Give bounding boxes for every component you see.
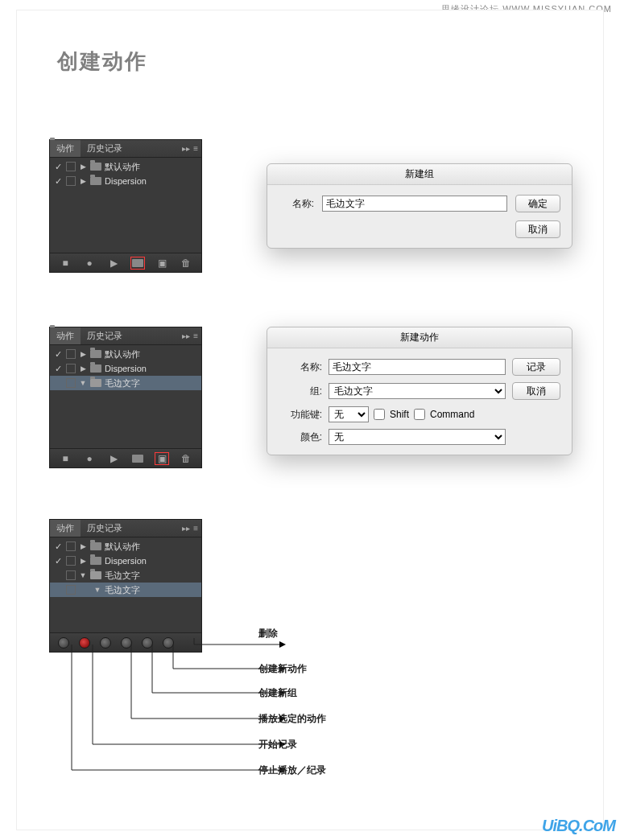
new-action-dialog: 新建动作 名称: 记录 组: 毛边文字 取消 功能键: 无 Shift Comm… <box>267 327 572 455</box>
dialog-title: 新建动作 <box>267 327 572 348</box>
command-label: Command <box>430 409 474 420</box>
stop-icon[interactable]: ■ <box>58 257 72 270</box>
action-row[interactable]: ✓▶Dispersion <box>50 361 201 376</box>
menu-icon[interactable]: ≡ <box>193 524 198 533</box>
action-row-selected[interactable]: ▼毛边文字 <box>50 583 201 597</box>
new-group-dialog: 新建组 名称: 确定 取消 <box>267 163 572 249</box>
callout-delete: 删除 <box>258 627 278 640</box>
new-group-icon[interactable] <box>130 452 145 465</box>
group-label: 组: <box>279 385 322 398</box>
fn-select[interactable]: 无 <box>329 406 369 422</box>
callout-stop: 停止播放／纪录 <box>258 764 326 777</box>
check-icon: ✓ <box>53 162 63 171</box>
dialog-toggle[interactable] <box>66 176 76 186</box>
action-row[interactable]: ✓▶Dispersion <box>50 174 201 188</box>
record-button[interactable]: 记录 <box>512 358 560 376</box>
action-row[interactable]: ✓▶Dispersion <box>50 554 201 568</box>
dialog-title: 新建组 <box>267 164 572 185</box>
name-label: 名称: <box>279 360 322 374</box>
tab-history[interactable]: 历史记录 <box>81 520 129 537</box>
panel-body: ✓▶默认动作 ✓▶Dispersion <box>50 158 201 253</box>
fn-row: 无 Shift Command <box>329 406 506 422</box>
expand-icon[interactable]: ▶ <box>79 163 87 171</box>
trash-icon[interactable]: 🗑 <box>179 257 193 270</box>
callout-new-action: 创建新动作 <box>258 662 307 676</box>
play-icon[interactable]: ▶ <box>106 257 121 270</box>
panel-tabs: 动作 历史记录 ▸▸≡ <box>50 140 201 158</box>
action-label: 默认动作 <box>105 541 140 553</box>
ok-button[interactable]: 确定 <box>515 195 560 212</box>
action-label: Dispersion <box>105 176 147 186</box>
callout-lines <box>49 638 613 831</box>
collapse-icon[interactable]: ▸▸ <box>182 524 190 533</box>
page-title: 创建动作 <box>57 47 147 76</box>
command-checkbox[interactable] <box>414 409 425 420</box>
cancel-button[interactable]: 取消 <box>512 382 560 400</box>
new-action-icon[interactable]: ▣ <box>155 452 169 465</box>
page-frame: 创建动作 动作 历史记录 ▸▸≡ ✓▶默认动作 ✓▶Dispersion ■ ●… <box>16 10 604 830</box>
menu-icon[interactable]: ≡ <box>193 144 198 153</box>
name-label: 名称: <box>279 197 314 211</box>
action-label: 毛边文字 <box>105 570 140 582</box>
folder-icon <box>90 177 101 185</box>
name-input[interactable] <box>329 359 506 375</box>
action-label: 默认动作 <box>105 348 140 360</box>
actions-panel-3: 动作 历史记录 ▸▸≡ ✓▶默认动作 ✓▶Dispersion ▼毛边文字 ▼毛… <box>49 519 202 653</box>
menu-icon[interactable]: ≡ <box>193 331 198 340</box>
check-icon: ✓ <box>53 176 63 186</box>
panel-tabs: 动作 历史记录 ▸▸≡ <box>50 520 201 537</box>
fn-label: 功能键: <box>279 408 322 422</box>
new-action-icon[interactable]: ▣ <box>155 257 169 270</box>
action-row[interactable]: ▼毛边文字 <box>50 568 201 583</box>
callout-play: 播放选定的动作 <box>258 712 326 726</box>
play-icon[interactable]: ▶ <box>106 452 121 465</box>
folder-icon <box>90 163 101 171</box>
collapse-icon[interactable]: ▸▸ <box>182 331 190 340</box>
tab-actions[interactable]: 动作 <box>50 140 81 157</box>
new-group-icon[interactable] <box>130 257 145 270</box>
color-label: 颜色: <box>279 430 322 444</box>
cancel-button[interactable]: 取消 <box>515 220 560 238</box>
action-row[interactable]: ✓▶默认动作 <box>50 159 201 174</box>
action-row[interactable]: ✓▶默认动作 <box>50 539 201 554</box>
trash-icon[interactable]: 🗑 <box>179 452 193 465</box>
tab-actions[interactable]: 动作 <box>50 520 81 537</box>
shift-checkbox[interactable] <box>374 409 385 420</box>
stop-icon[interactable]: ■ <box>58 452 72 465</box>
collapse-icon[interactable]: ▸▸ <box>182 144 190 153</box>
action-row[interactable]: ✓▶默认动作 <box>50 347 201 361</box>
svg-marker-0 <box>279 641 286 648</box>
callout-new-group: 创建新组 <box>258 686 297 700</box>
record-icon[interactable]: ● <box>82 452 97 465</box>
expand-icon[interactable]: ▶ <box>79 177 87 185</box>
actions-panel-1: 动作 历史记录 ▸▸≡ ✓▶默认动作 ✓▶Dispersion ■ ● ▶ ▣ … <box>49 139 202 273</box>
color-select[interactable]: 无 <box>329 429 506 445</box>
action-label: Dispersion <box>105 364 147 373</box>
panel-controls: ▸▸≡ <box>182 144 201 153</box>
actions-panel-2: 动作 历史记录 ▸▸≡ ✓▶默认动作 ✓▶Dispersion ▼毛边文字 ■ … <box>49 327 202 468</box>
group-select[interactable]: 毛边文字 <box>329 383 506 399</box>
watermark: UiBQ.CoM <box>542 817 615 835</box>
action-label: 毛边文字 <box>105 377 140 389</box>
panel-tabs: 动作 历史记录 ▸▸≡ <box>50 327 201 345</box>
name-input[interactable] <box>322 196 507 212</box>
record-icon[interactable]: ● <box>82 257 97 270</box>
action-row-selected[interactable]: ▼毛边文字 <box>50 376 201 390</box>
tab-history[interactable]: 历史记录 <box>81 140 129 157</box>
tab-actions[interactable]: 动作 <box>50 327 81 344</box>
action-label: 默认动作 <box>105 161 140 173</box>
dialog-toggle[interactable] <box>66 162 76 171</box>
tab-history[interactable]: 历史记录 <box>81 327 129 344</box>
shift-label: Shift <box>390 409 409 420</box>
callout-record: 开始记录 <box>258 738 297 751</box>
action-label: 毛边文字 <box>105 584 140 596</box>
panel-footer: ■ ● ▶ ▣ 🗑 <box>50 253 201 272</box>
action-label: Dispersion <box>105 556 147 566</box>
